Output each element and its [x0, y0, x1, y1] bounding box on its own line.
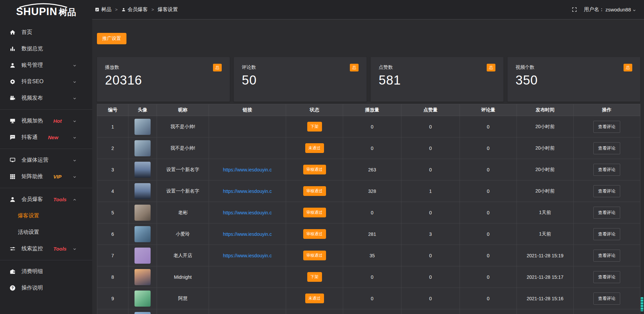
comments: 0: [460, 159, 517, 180]
chevron-down-icon: [72, 135, 77, 140]
nickname: 设置一个新名字: [157, 159, 209, 180]
view-comments-button[interactable]: 查看评论: [593, 164, 620, 176]
scrollbar-thumb[interactable]: [641, 297, 643, 311]
view-comments-button[interactable]: 查看评论: [593, 142, 620, 154]
sidebar-item-data-overview[interactable]: 数据总览: [0, 41, 92, 57]
chevron-down-icon: [72, 63, 77, 67]
sidebar-item-all-media[interactable]: 全媒体运营: [0, 152, 92, 168]
member-icon: [9, 196, 16, 203]
hot-tag: Hot: [53, 118, 62, 124]
svg-text:?: ?: [11, 286, 14, 290]
row-id: 9: [97, 288, 128, 309]
video-link[interactable]: https://www.iesdouyin.c: [209, 210, 286, 215]
nickname: 我不是小帅!: [157, 138, 209, 159]
check-square-icon: [95, 7, 99, 12]
breadcrumb-item-shupin[interactable]: 树品: [95, 6, 111, 13]
promotion-settings-button[interactable]: 推广设置: [97, 33, 126, 44]
sidebar-item-instructions[interactable]: ? 操作说明: [0, 280, 92, 296]
view-comments-button[interactable]: 查看评论: [593, 250, 620, 262]
status-badge: 审核通过: [303, 251, 326, 260]
sidebar-item-member-baoke[interactable]: 会员爆客 Tools: [0, 191, 92, 208]
chevron-down-icon: [632, 8, 636, 12]
sidebar-divider: [0, 109, 92, 110]
col-id: 编号: [97, 104, 128, 116]
avatar: [135, 183, 151, 199]
stat-card-plays: 播放数 20316 总: [97, 57, 230, 102]
sidebar-item-label: 视频加热: [21, 117, 43, 124]
view-comments-button[interactable]: 查看评论: [593, 293, 620, 305]
row-id: 4: [97, 180, 128, 202]
plays: 328: [343, 180, 401, 202]
breadcrumb-label: 会员爆客: [128, 6, 148, 13]
avatar: [135, 226, 151, 242]
nickname: 阿慧: [157, 288, 209, 309]
sidebar-item-home[interactable]: 首页: [0, 24, 92, 41]
sidebar-nav: 首页 数据总览 账号管理 抖音SEO 视频发布 视频加热 Hot: [0, 24, 92, 296]
sidebar-item-consumption-details[interactable]: 消费明细: [0, 263, 92, 280]
stat-label: 评论数: [242, 64, 359, 70]
avatar: [135, 269, 151, 285]
sidebar-item-douketong[interactable]: 抖客通 New: [0, 129, 92, 146]
sidebar-item-account-management[interactable]: 账号管理: [0, 57, 92, 73]
chevron-down-icon: [72, 96, 77, 100]
likes: 0: [401, 202, 460, 223]
status-badge: 未通过: [305, 294, 324, 303]
sidebar-item-label: 矩阵助推: [21, 173, 43, 180]
avatar: [135, 162, 151, 178]
sidebar-item-douyin-seo[interactable]: 抖音SEO: [0, 73, 92, 90]
view-comments-button[interactable]: 查看评论: [593, 121, 620, 133]
sidebar-subitem-activity-settings[interactable]: 活动设置: [0, 224, 92, 241]
table-row: 7 老人开店 https://www.iesdouyin.c 审核通过 35 0…: [97, 245, 640, 266]
row-id: 6: [97, 223, 128, 245]
stat-cards: 播放数 20316 总 评论数 50 总 点赞数 581 总 视频个数 350 …: [97, 57, 640, 102]
chevron-down-icon: [72, 158, 77, 162]
view-comments-button[interactable]: 查看评论: [593, 185, 620, 197]
sidebar-item-video-publish[interactable]: 视频发布: [0, 90, 92, 106]
view-comments-button[interactable]: 查看评论: [593, 228, 620, 240]
breadcrumb-label: 树品: [101, 6, 111, 13]
video-link[interactable]: https://www.iesdouyin.c: [209, 167, 286, 172]
comments: 0: [460, 223, 517, 245]
chat-bubble-icon: [9, 134, 16, 141]
screen-icon: [9, 157, 16, 163]
publish-time: 2021-11-28 15:17: [517, 266, 574, 288]
stat-label: 播放数: [105, 64, 222, 70]
video-link[interactable]: https://www.iesdouyin.c: [209, 231, 286, 237]
breadcrumb-item-baoke-settings[interactable]: 爆客设置: [158, 6, 178, 13]
view-comments-button[interactable]: 查看评论: [593, 271, 620, 283]
publish-time: 20小时前: [517, 180, 574, 202]
likes: 0: [401, 266, 460, 288]
sidebar-divider: [0, 188, 92, 188]
nickname: 小爱玲: [157, 223, 209, 245]
sidebar-item-clue-monitor[interactable]: 线索监控 Tools: [0, 241, 92, 257]
view-comments-button[interactable]: 查看评论: [593, 207, 620, 219]
breadcrumb-item-member-baoke[interactable]: 会员爆客: [121, 6, 148, 13]
video-link[interactable]: https://www.iesdouyin.c: [209, 253, 286, 258]
comments: 0: [460, 116, 517, 138]
monitor-icon: [9, 118, 16, 124]
sidebar-subitem-baoke-settings[interactable]: 爆客设置: [0, 208, 92, 224]
user-menu[interactable]: 用户名：zswodun88: [584, 6, 636, 13]
gear-icon: [9, 78, 16, 85]
video-link[interactable]: https://www.iesdouyin.c: [209, 189, 286, 194]
plays: 0: [343, 266, 401, 288]
likes: 1: [401, 180, 460, 202]
sidebar-item-label: 数据总览: [21, 45, 43, 52]
col-publish-time: 发布时间: [517, 104, 574, 116]
row-id: 1: [97, 116, 128, 138]
logo-arc-icon: [18, 3, 68, 8]
likes: 0: [401, 159, 460, 180]
sidebar-item-label: 视频发布: [21, 95, 43, 102]
user-icon: [9, 62, 16, 68]
sidebar-item-label: 会员爆客: [21, 196, 43, 203]
sidebar-item-label: 首页: [21, 29, 32, 36]
chevron-down-icon: [72, 119, 77, 123]
fullscreen-icon[interactable]: [572, 7, 577, 12]
sidebar-item-label: 操作说明: [21, 284, 43, 292]
sidebar-item-video-heat[interactable]: 视频加热 Hot: [0, 113, 92, 129]
avatar: [135, 248, 151, 264]
likes: 0: [401, 116, 460, 138]
sidebar-subitem-label: 爆客设置: [18, 212, 39, 219]
sidebar-item-matrix-boost[interactable]: 矩阵助推 VIP: [0, 168, 92, 185]
row-id: 5: [97, 202, 128, 223]
